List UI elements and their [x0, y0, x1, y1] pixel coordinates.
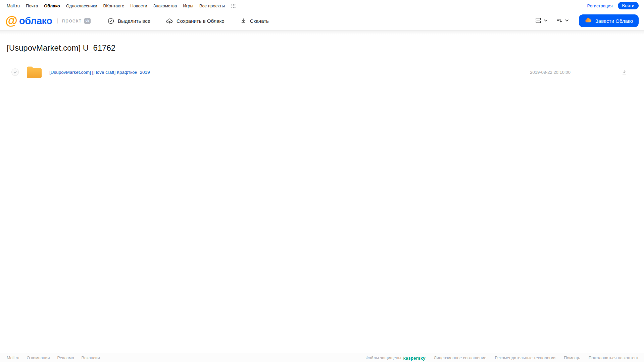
- apps-grid-icon[interactable]: [231, 4, 236, 8]
- chevron-down-icon: [565, 18, 569, 23]
- nav-link-games[interactable]: Игры: [183, 3, 193, 8]
- folder-name-link[interactable]: [UsupovMarket.com] [I love craft] Крафтк…: [49, 70, 150, 75]
- nav-link-all-projects[interactable]: Все проекты: [199, 3, 225, 8]
- page-footer: Mail.ru О компании Реклама Вакансии Файл…: [0, 354, 644, 362]
- nav-link-mail[interactable]: Почта: [26, 3, 38, 8]
- sort-button[interactable]: [553, 15, 572, 27]
- kaspersky-protection: Файлы защищены kaspersky: [365, 356, 425, 361]
- cloud-logo[interactable]: @ облако | проект vk: [5, 15, 104, 27]
- get-cloud-button[interactable]: Завести Облако: [579, 14, 639, 27]
- logo-wordmark: облако: [19, 15, 52, 27]
- footer-link-license[interactable]: Лицензионное соглашение: [434, 356, 487, 360]
- checkmark-icon: [13, 70, 17, 74]
- nav-link-vkontakte[interactable]: ВКонтакте: [103, 3, 125, 8]
- protected-label: Файлы защищены: [365, 356, 401, 360]
- mailru-at-icon: @: [5, 15, 17, 27]
- nav-link-odnoklassniki[interactable]: Одноклассники: [66, 3, 97, 8]
- sort-icon: [556, 17, 563, 25]
- header-shadow: [0, 30, 644, 35]
- portal-nav-auth: Регистрация Войти: [587, 2, 639, 9]
- registration-link[interactable]: Регистрация: [587, 3, 613, 8]
- file-date: 2019-08-22 20:10:00: [530, 70, 571, 75]
- download-label: Скачать: [250, 18, 269, 24]
- save-to-cloud-label: Сохранить в Облако: [177, 18, 225, 24]
- file-toolbar: Выделить все Сохранить в Облако Скачат: [107, 17, 269, 24]
- kaspersky-logo-link[interactable]: kaspersky: [403, 356, 425, 361]
- footer-right-links: Файлы защищены kaspersky Лицензионное со…: [365, 356, 639, 361]
- header-view-controls: Завести Облако: [532, 14, 639, 27]
- chevron-down-icon: [544, 18, 548, 23]
- footer-link-ads[interactable]: Реклама: [57, 356, 74, 360]
- footer-link-jobs[interactable]: Вакансии: [82, 356, 100, 360]
- nav-link-news[interactable]: Новости: [130, 3, 147, 8]
- vk-badge-icon: vk: [84, 18, 91, 24]
- check-circle-icon: [107, 17, 114, 24]
- nav-link-mailru[interactable]: Mail.ru: [7, 3, 20, 8]
- logo-divider: |: [57, 17, 58, 24]
- view-mode-button[interactable]: [532, 15, 550, 27]
- portal-nav: Mail.ru Почта Облако Одноклассники ВКонт…: [0, 0, 644, 11]
- login-button[interactable]: Войти: [618, 2, 639, 9]
- row-checkbox[interactable]: [11, 68, 19, 76]
- footer-link-recommendation-tech[interactable]: Рекомендательные технологии: [495, 356, 555, 360]
- folder-icon[interactable]: [27, 66, 42, 79]
- page-title: [UsupovMarket.com] U_61762: [7, 43, 637, 53]
- cloud-upload-icon: [166, 17, 173, 24]
- main-content: [UsupovMarket.com] U_61762: [0, 43, 644, 80]
- save-to-cloud-button[interactable]: Сохранить в Облако: [166, 17, 225, 24]
- footer-link-help[interactable]: Помощь: [564, 356, 580, 360]
- file-list: [UsupovMarket.com] [I love craft] Крафтк…: [7, 64, 637, 80]
- list-view-icon: [535, 17, 542, 25]
- get-cloud-label: Завести Облако: [595, 18, 633, 24]
- footer-left-links: Mail.ru О компании Реклама Вакансии: [7, 356, 100, 360]
- app-header: @ облако | проект vk Выделить все: [0, 11, 644, 30]
- nav-link-dating[interactable]: Знакомства: [153, 3, 177, 8]
- download-icon: [240, 17, 247, 24]
- project-label: проект: [62, 18, 82, 24]
- footer-link-mailru[interactable]: Mail.ru: [7, 356, 19, 360]
- row-download-button[interactable]: [621, 69, 628, 75]
- select-all-label: Выделить все: [118, 18, 150, 24]
- download-icon: [621, 69, 628, 75]
- file-row[interactable]: [UsupovMarket.com] [I love craft] Крафтк…: [7, 64, 637, 80]
- select-all-button[interactable]: Выделить все: [107, 17, 150, 24]
- download-button[interactable]: Скачать: [240, 17, 269, 24]
- footer-link-report-content[interactable]: Пожаловаться на контент: [589, 356, 639, 360]
- portal-nav-links: Mail.ru Почта Облако Одноклассники ВКонт…: [7, 3, 587, 8]
- footer-link-about[interactable]: О компании: [27, 356, 50, 360]
- nav-link-cloud[interactable]: Облако: [44, 3, 60, 8]
- cloud-icon: [585, 17, 592, 25]
